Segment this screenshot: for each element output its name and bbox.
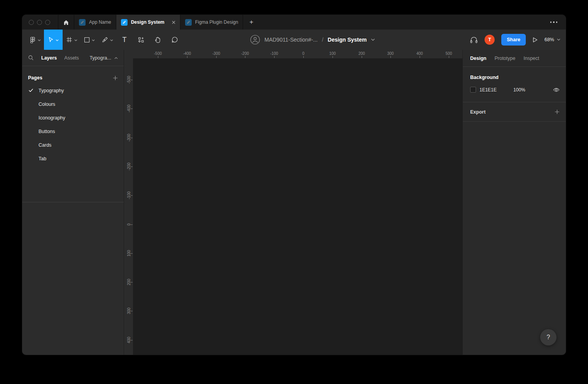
ruler-label: -300 <box>212 51 220 56</box>
rectangle-icon <box>84 37 90 43</box>
ruler-label: 0 <box>126 223 131 226</box>
ruler-tick <box>131 195 133 196</box>
ruler-label: -100 <box>270 51 278 56</box>
export-section: Export <box>463 102 566 122</box>
window-tabbar: App Name Design System Figma Plugin Desi… <box>22 15 566 30</box>
ruler-tick <box>131 224 133 225</box>
ruler-label: 400 <box>126 337 131 344</box>
ruler-tick <box>362 56 362 58</box>
figma-window: App Name Design System Figma Plugin Desi… <box>22 15 566 355</box>
tab-figma-plugin-design[interactable]: Figma Plugin Design <box>180 15 243 30</box>
tab-label: App Name <box>89 19 111 25</box>
divider <box>22 202 124 202</box>
ruler-label: 400 <box>416 51 423 56</box>
page-item-iconography[interactable]: Iconography <box>22 111 124 124</box>
ruler-label: -400 <box>126 105 131 112</box>
audio-headphones-icon[interactable] <box>470 36 478 44</box>
toolbar: T <box>22 30 566 50</box>
canvas[interactable]: -500-400-300-200-1000100200300400500 -50… <box>124 50 462 355</box>
ruler-tick <box>131 167 133 167</box>
design-panel: Design Prototype Inspect Background 1E1E… <box>462 50 566 355</box>
breadcrumb-file-name[interactable]: Design System <box>328 37 367 43</box>
page-item-cards[interactable]: Cards <box>22 138 124 152</box>
help-button[interactable]: ? <box>540 329 556 345</box>
more-options-icon[interactable] <box>550 21 558 23</box>
layers-sidebar: Layers Assets Typogra... Pages Typograph… <box>22 50 124 355</box>
background-hex-value[interactable]: 1E1E1E <box>480 87 497 93</box>
ruler-tick <box>131 340 133 340</box>
shape-tool-button[interactable] <box>80 30 98 50</box>
move-tool-button[interactable] <box>44 30 63 50</box>
page-item-typography[interactable]: Typography <box>22 84 124 97</box>
tab-label: Figma Plugin Design <box>195 19 238 25</box>
ruler-tick <box>158 56 158 58</box>
export-section-header: Export <box>470 109 486 115</box>
ruler-label: -400 <box>183 51 191 56</box>
page-item-buttons[interactable]: Buttons <box>22 124 124 138</box>
visibility-eye-icon[interactable] <box>553 88 560 92</box>
minimize-window-button[interactable] <box>37 20 42 25</box>
frame-tool-button[interactable] <box>63 30 80 50</box>
chevron-down-icon[interactable] <box>371 39 375 41</box>
ruler-label: -300 <box>126 134 131 142</box>
ruler-tick <box>390 56 391 58</box>
pen-tool-button[interactable] <box>98 30 116 50</box>
ruler-tick <box>216 56 217 58</box>
add-page-icon[interactable] <box>113 75 118 81</box>
tab-design-system[interactable]: Design System <box>116 15 180 30</box>
new-tab-button[interactable]: + <box>243 15 259 30</box>
close-window-button[interactable] <box>29 20 34 25</box>
add-export-icon[interactable] <box>555 109 560 114</box>
share-button[interactable]: Share <box>501 34 526 46</box>
comment-tool-button[interactable] <box>166 30 183 50</box>
present-play-icon[interactable] <box>532 37 538 43</box>
user-avatar[interactable]: T <box>485 35 495 45</box>
ruler-corner <box>124 50 133 58</box>
file-title: MAD9011-Section#-... / Design System <box>250 30 375 50</box>
page-item-tab[interactable]: Tab <box>22 152 124 165</box>
text-tool-icon: T <box>122 36 127 44</box>
project-avatar-icon[interactable] <box>250 35 260 45</box>
figma-logo-icon <box>30 37 36 43</box>
ruler-label: -100 <box>126 191 131 199</box>
zoom-window-button[interactable] <box>45 20 50 25</box>
home-button[interactable] <box>58 15 74 30</box>
background-section-header: Background <box>470 75 560 80</box>
home-icon <box>63 19 69 25</box>
main-menu-button[interactable] <box>26 30 44 50</box>
background-opacity-value[interactable]: 100% <box>513 87 525 93</box>
ruler-tick <box>274 56 275 58</box>
ruler-label: -200 <box>241 51 249 56</box>
tab-app-name[interactable]: App Name <box>74 15 116 30</box>
ruler-label: 100 <box>329 51 336 56</box>
hand-tool-button[interactable] <box>149 30 166 50</box>
zoom-level-value: 68% <box>544 37 554 42</box>
resources-tool-button[interactable] <box>133 30 149 50</box>
text-tool-button[interactable]: T <box>116 30 133 50</box>
tab-layers[interactable]: Layers <box>41 55 57 61</box>
zoom-level-control[interactable]: 68% <box>544 37 560 42</box>
figma-file-icon <box>121 19 128 26</box>
background-color-swatch[interactable] <box>470 87 476 93</box>
vertical-ruler: -500-400-300-200-1000100200300400 <box>124 58 133 355</box>
figma-file-icon <box>185 19 192 26</box>
ruler-label: 100 <box>126 250 131 257</box>
ruler-label: -500 <box>154 51 162 56</box>
chevron-down-icon <box>92 39 95 41</box>
search-icon[interactable] <box>28 55 34 61</box>
tab-inspect[interactable]: Inspect <box>523 56 539 61</box>
breadcrumb-project-name[interactable]: MAD9011-Section#-... <box>264 37 318 43</box>
page-dropdown[interactable]: Typogra... <box>89 55 118 61</box>
ruler-label: 0 <box>302 51 304 56</box>
tab-design[interactable]: Design <box>470 56 486 61</box>
chevron-down-icon <box>110 39 113 41</box>
close-tab-icon[interactable] <box>172 21 175 24</box>
ruler-tick <box>131 109 133 109</box>
ruler-tick <box>131 282 133 282</box>
ruler-tick <box>131 138 133 138</box>
ruler-label: 500 <box>446 51 452 56</box>
tab-prototype[interactable]: Prototype <box>495 56 516 61</box>
page-item-colours[interactable]: Colours <box>22 97 124 111</box>
frame-icon <box>66 37 72 43</box>
tab-assets[interactable]: Assets <box>64 55 79 61</box>
